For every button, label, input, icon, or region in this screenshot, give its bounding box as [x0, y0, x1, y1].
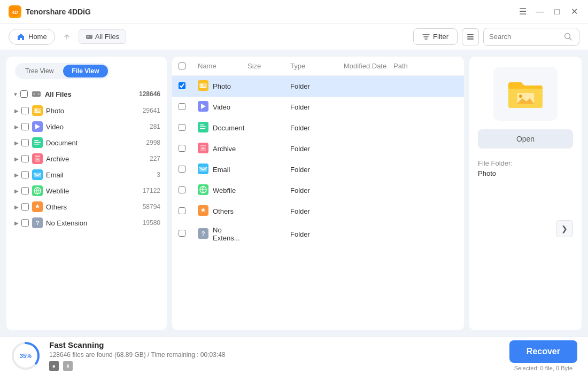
webfile-count: 17122: [143, 187, 160, 194]
others-icon: [32, 201, 43, 212]
webfile-checkbox[interactable]: [21, 187, 29, 194]
scan-progress: 35%: [11, 341, 41, 371]
svg-rect-45: [199, 167, 207, 172]
progress-percent: 35%: [11, 341, 41, 371]
close-button[interactable]: ✕: [569, 6, 579, 17]
noext-file-icon: ?: [198, 228, 208, 240]
hdd-icon: [86, 33, 93, 41]
noext-count: 19580: [143, 219, 160, 227]
file-row-document[interactable]: Document Folder: [172, 118, 464, 138]
sidebar-item-photo[interactable]: ▶ Photo 29641: [6, 103, 167, 119]
document-row-checkbox[interactable]: [179, 124, 185, 131]
video-icon: [32, 121, 43, 132]
sidebar-header: Tree View File View: [6, 57, 167, 83]
preview-meta: File Folder: Photo: [478, 159, 573, 177]
arrow-icon: ▶: [13, 107, 20, 114]
svg-rect-22: [35, 158, 40, 162]
tree-view-button[interactable]: Tree View: [17, 65, 62, 77]
file-row-video[interactable]: Video Folder: [172, 97, 464, 118]
file-view-button[interactable]: File View: [63, 65, 107, 77]
email-row-checkbox[interactable]: [179, 166, 185, 173]
svg-point-14: [35, 109, 37, 111]
svg-point-11: [37, 94, 39, 95]
document-type: Folder: [290, 124, 344, 132]
sidebar-item-others[interactable]: ▶ Others 58794: [6, 199, 167, 215]
file-row-email[interactable]: Email Folder: [172, 159, 464, 180]
file-row-noext[interactable]: ? No Extens... Folder: [172, 222, 464, 246]
file-table-header: Name Size Type Modified Date Path: [172, 57, 464, 76]
svg-rect-21: [35, 155, 40, 157]
video-checkbox[interactable]: [21, 123, 29, 130]
minimize-button[interactable]: —: [535, 6, 545, 17]
webfile-type: Folder: [290, 186, 344, 194]
svg-rect-38: [200, 127, 206, 128]
preview-meta-label: File Folder:: [478, 159, 573, 167]
noext-checkbox[interactable]: [21, 219, 29, 227]
app-title: Tenorshare 4DDiG: [26, 7, 517, 16]
noext-name-cell: ? No Extens...: [198, 226, 247, 242]
arrow-icon: ▶: [13, 171, 20, 178]
noext-filename: No Extens...: [213, 226, 247, 242]
document-checkbox[interactable]: [21, 139, 29, 146]
scan-detail: 128646 files are found (68.89 GB) / Time…: [49, 351, 501, 359]
maximize-button[interactable]: □: [552, 6, 562, 17]
svg-rect-43: [202, 148, 204, 149]
email-filename: Email: [213, 166, 230, 174]
svg-rect-39: [200, 128, 205, 129]
filter-button[interactable]: Filter: [413, 28, 458, 45]
menu-button[interactable]: ☰: [517, 6, 528, 17]
archive-row-checkbox[interactable]: [179, 145, 185, 152]
home-icon: [17, 33, 25, 41]
home-button[interactable]: Home: [9, 29, 55, 45]
webfile-name-cell: Webfile: [198, 184, 247, 197]
hdd-drive-icon: [31, 89, 42, 99]
sidebar-item-webfile[interactable]: ▶ Webfile 17122: [6, 183, 167, 199]
photo-row-checkbox[interactable]: [179, 82, 185, 89]
webfile-label: Webfile: [46, 187, 143, 195]
others-checkbox[interactable]: [21, 203, 29, 211]
archive-file-icon: [198, 143, 208, 155]
file-rows-container: Photo Folder Video Folder Document Folde…: [172, 76, 464, 246]
others-file-icon: [198, 205, 208, 217]
sidebar-item-noext[interactable]: ▶ ? No Extension 19580: [6, 215, 167, 231]
file-row-photo[interactable]: Photo Folder: [172, 76, 464, 97]
video-label: Video: [46, 123, 150, 131]
email-name-cell: Email: [198, 163, 247, 176]
sidebar-item-video[interactable]: ▶ Video 281: [6, 119, 167, 135]
others-row-checkbox[interactable]: [179, 207, 185, 214]
file-row-others[interactable]: Others Folder: [172, 201, 464, 222]
select-all-checkbox[interactable]: [179, 63, 185, 69]
search-input[interactable]: [489, 33, 564, 41]
svg-rect-10: [33, 94, 35, 95]
sidebar-item-all-files[interactable]: ▼ All Files 128646: [6, 85, 167, 103]
file-row-webfile[interactable]: Webfile Folder: [172, 180, 464, 201]
sidebar-items-container: ▶ Photo 29641 ▶ Video 281 ▶ Document 299…: [6, 103, 167, 231]
sidebar-tree: ▼ All Files 128646 ▶ Photo 29641 ▶ Video…: [6, 83, 167, 330]
preview-next-button[interactable]: ❯: [556, 220, 573, 237]
svg-rect-2: [86, 35, 92, 39]
sidebar-item-archive[interactable]: ▶ Archive 227: [6, 151, 167, 167]
recover-section: Recover Selected: 0 file, 0 Byte: [509, 340, 577, 371]
stop-button[interactable]: ■: [49, 361, 59, 371]
email-checkbox[interactable]: [21, 171, 29, 178]
all-files-checkbox[interactable]: [20, 90, 28, 98]
sidebar-item-document[interactable]: ▶ Document 2998: [6, 135, 167, 151]
webfile-row-checkbox[interactable]: [179, 186, 185, 193]
email-file-icon: [198, 163, 208, 176]
list-view-button[interactable]: [462, 28, 479, 45]
arrow-icon: ▶: [13, 139, 20, 146]
back-button[interactable]: [59, 29, 74, 44]
sidebar: Tree View File View ▼ All Files 128646 ▶: [6, 57, 167, 330]
recover-button[interactable]: Recover: [509, 340, 577, 363]
photo-checkbox[interactable]: [21, 107, 29, 114]
noext-row-checkbox[interactable]: [179, 230, 185, 237]
archive-label: Archive: [46, 155, 150, 163]
file-row-archive[interactable]: Archive Folder: [172, 138, 464, 159]
pause-button[interactable]: ⏸: [63, 361, 73, 371]
sidebar-item-email[interactable]: ▶ Email 3: [6, 167, 167, 183]
open-button[interactable]: Open: [478, 129, 573, 149]
video-type: Folder: [290, 103, 344, 111]
breadcrumb: All Files: [79, 29, 127, 44]
video-row-checkbox[interactable]: [179, 103, 185, 110]
archive-checkbox[interactable]: [21, 155, 29, 162]
